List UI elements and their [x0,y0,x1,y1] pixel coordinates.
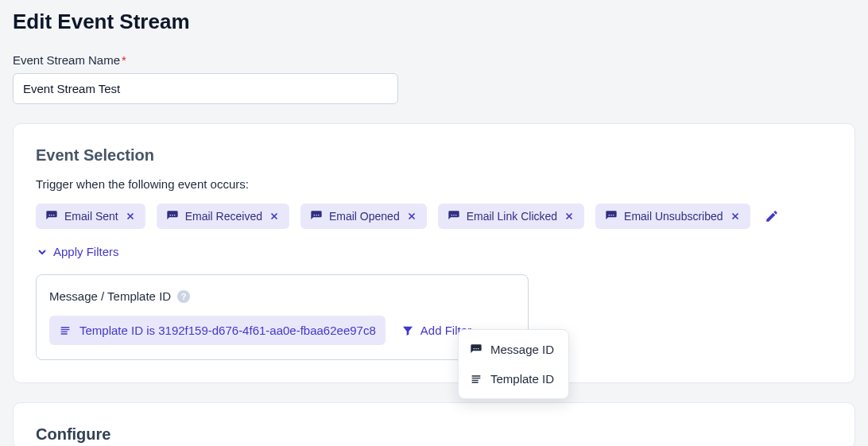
trigger-text: Trigger when the following event occurs: [36,177,832,191]
lines-icon [59,324,72,337]
message-icon [310,210,323,223]
close-icon[interactable] [125,211,136,222]
chip-label: Email Sent [64,210,118,223]
configure-card: Configure [13,402,855,446]
template-pill-text: Template ID is 3192f159-d676-4f61-aa0e-f… [79,324,376,337]
chip-label: Email Link Clicked [467,210,557,223]
close-icon[interactable] [406,211,417,222]
template-id-filter-pill[interactable]: Template ID is 3192f159-d676-4f61-aa0e-f… [49,316,386,345]
required-asterisk: * [122,53,126,67]
event-selection-title: Event Selection [36,146,832,165]
filter-box: Message / Template ID ? Template ID is 3… [36,274,529,360]
dropdown-item-label: Template ID [490,372,554,386]
dropdown-item-label: Message ID [490,343,554,356]
name-label-text: Event Stream Name [13,53,120,67]
edit-events-button[interactable] [761,206,782,227]
event-chip-email-link-clicked[interactable]: Email Link Clicked [438,204,584,229]
message-icon [448,210,460,223]
message-icon [45,210,58,223]
filter-label-row: Message / Template ID ? [49,289,515,303]
event-chip-email-received[interactable]: Email Received [157,204,289,229]
chip-label: Email Opened [329,210,400,223]
filter-icon [401,324,414,337]
message-icon [605,210,618,223]
lines-icon [470,373,482,386]
help-icon[interactable]: ? [177,290,190,303]
apply-filters-label: Apply Filters [53,245,119,258]
event-chip-email-opened[interactable]: Email Opened [300,204,427,229]
dropdown-item-message-id[interactable]: Message ID [459,335,568,364]
chip-label: Email Received [185,210,262,223]
event-chip-email-sent[interactable]: Email Sent [36,204,145,229]
page-title: Edit Event Stream [13,10,855,34]
event-stream-name-input[interactable] [13,73,398,104]
configure-title: Configure [36,425,832,444]
dropdown-item-template-id[interactable]: Template ID [459,364,568,394]
close-icon[interactable] [564,211,575,222]
event-selection-card: Event Selection Trigger when the followi… [13,123,855,383]
close-icon[interactable] [730,211,741,222]
chevron-down-icon [36,246,48,258]
name-label: Event Stream Name* [13,53,855,67]
chip-label: Email Unsubscribed [624,210,723,223]
event-chip-row: Email Sent Email Received Email Opened [36,204,832,229]
close-icon[interactable] [269,211,280,222]
filter-content-row: Template ID is 3192f159-d676-4f61-aa0e-f… [49,316,515,345]
filter-label: Message / Template ID [49,289,171,303]
message-icon [470,343,482,356]
message-icon [166,210,179,223]
apply-filters-toggle[interactable]: Apply Filters [36,245,119,258]
event-chip-email-unsubscribed[interactable]: Email Unsubscribed [595,204,750,229]
add-filter-dropdown: Message ID Template ID [458,329,569,399]
